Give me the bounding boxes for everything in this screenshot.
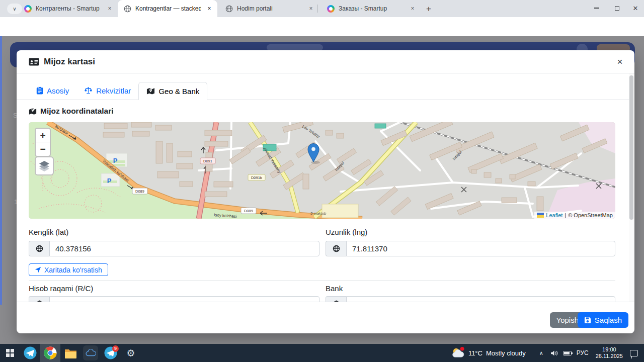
tab-title: Hodim portali [237,5,303,12]
battery-icon[interactable] [563,351,572,355]
background-page-edge [0,36,2,305]
taskbar-chrome-active[interactable] [40,344,60,362]
lng-input[interactable] [346,241,615,256]
weather-temp: 11°C [468,349,482,357]
taskbar-tray: 11°C Mostly cloudy ∧ РУС 19:00 26.11.202… [451,344,644,362]
modal-tabs: Asosiy Rekvizitlar [17,81,629,100]
cloud-app-tile [83,345,98,360]
show-on-map-button[interactable]: Xaritada ko'rsatish [29,263,108,276]
minimize-button[interactable] [587,0,607,16]
tab-close-icon[interactable]: × [409,5,417,13]
map-marked-icon [29,108,37,115]
tray-time: 19:00 [596,346,623,353]
tab-close-icon[interactable]: × [205,5,213,13]
section-heading-label: Mijoz koordinatalari [40,107,114,116]
bank-addon-icon [29,296,49,302]
telegram-icon [24,346,37,359]
map-zoom-control: + − [35,128,51,157]
browser-tab-2-active[interactable]: Kontragentlar — stacked moda × [118,0,217,17]
osm-link[interactable]: © OpenStreetMap [568,212,613,218]
browser-tab-4[interactable]: Заказы - Smartup × [321,0,421,17]
close-window-button[interactable]: ✕ [627,0,644,16]
globe-addon-icon [326,241,346,256]
cloud-icon [86,349,96,356]
speaker-icon[interactable] [550,350,558,356]
save-floppy-icon [584,317,591,324]
tray-clock[interactable]: 19:00 26.11.2025 [596,346,623,359]
action-center-icon[interactable] [630,350,638,356]
taskbar-weather[interactable]: 11°C Mostly cloudy [451,346,526,359]
svg-text:P: P [113,157,118,164]
start-button[interactable] [0,344,20,362]
globe-addon-icon [29,241,49,256]
tab-title: Контрагенты - Smartup [36,5,102,12]
browser-tab-1[interactable]: Контрагенты - Smartup × [18,0,118,17]
lat-input-group [29,241,319,256]
svg-text:D091b: D091b [251,175,262,180]
map-layers-button[interactable] [35,156,54,175]
tray-chevron-up[interactable]: ∧ [535,350,548,356]
modal-title: Mijoz kartasi [44,57,95,67]
gear-icon: ⚙ [126,347,135,359]
smartup-favicon-icon [24,5,32,13]
section-heading: Mijoz koordinatalari [29,107,114,116]
modal-close-icon[interactable]: × [613,55,626,68]
modal-scrollbar-thumb[interactable] [629,75,633,220]
tab-title: Kontragentlar — stacked moda [135,5,201,12]
account-input-group [29,296,319,302]
tab-rekvizitlar[interactable]: Rekvizitlar [76,81,138,100]
map-canvas[interactable]: ko'chasi Yuksalish ko'chasi Isoy ko'chas… [29,122,615,219]
bank-input-group [326,296,615,302]
divider [29,280,615,281]
bank-addon-icon [326,296,346,302]
page-backdrop: S 1 Mijoz kartasi × [0,36,644,344]
layers-icon [38,160,50,171]
tab-close-icon[interactable]: × [307,5,315,13]
modal-body: Asosiy Rekvizitlar [17,73,634,302]
bank-input[interactable] [346,296,615,302]
maximize-button[interactable] [607,0,627,16]
lng-input-group [326,241,615,256]
lng-label: Uzunlik (lng) [326,228,367,236]
tray-language[interactable]: РУС [577,349,589,356]
taskbar-telegram-2[interactable]: 9 [101,344,121,362]
svg-text:D089: D089 [135,189,144,194]
weather-icon [451,346,465,359]
taskbar-cloud-app[interactable] [80,344,101,362]
new-tab-button[interactable]: + [423,3,435,15]
account-label: Hisob raqami (R/C) [29,284,93,293]
taskbar-file-explorer[interactable] [60,344,80,362]
account-input[interactable] [49,296,319,302]
tab-geo-bank[interactable]: Geo & Bank [138,82,207,100]
leaflet-link[interactable]: Leaflet [546,212,562,218]
bank-label: Bank [326,284,343,293]
lat-label: Kenglik (lat) [29,228,68,236]
tab-label: Asosiy [47,86,69,95]
save-button[interactable]: Saqlash [578,312,628,328]
modal-header: Mijoz kartasi [17,50,634,73]
tab-close-icon[interactable]: × [106,5,114,13]
balance-scale-icon [84,86,93,95]
browser-tab-3[interactable]: Hodim portali × [219,0,319,17]
lat-input[interactable] [49,241,319,256]
globe-favicon-icon [124,5,131,13]
screen: ∨ Контрагенты - Smartup × Kontragentlar … [0,0,644,362]
taskbar-telegram[interactable] [20,344,40,362]
leaflet-map: ko'chasi Yuksalish ko'chasi Isoy ko'chas… [29,122,615,219]
tab-title: Заказы - Smartup [339,5,405,12]
zoom-in-button[interactable]: + [36,129,50,142]
tab-asosiy[interactable]: Asosiy [29,81,76,100]
customer-card-modal: Mijoz kartasi × Asosiy [17,50,634,333]
browser-addressbar: ← → daily-suvi.com/19l/public/mijozlar.p… [0,17,644,36]
tab-label: Rekvizitlar [96,86,131,95]
smartup-favicon-icon [327,5,335,13]
windows-taskbar: 9 ⚙ 11°C Mostly cloudy ∧ РУС [0,344,644,362]
svg-text:5-maktob: 5-maktob [310,211,326,216]
clipboard-icon [36,86,43,95]
svg-text:D091: D091 [203,159,212,163]
map-location-icon [146,87,155,95]
zoom-out-button[interactable]: − [36,142,50,156]
location-arrow-icon [35,266,41,273]
notification-badge: 9 [112,345,119,352]
taskbar-settings[interactable]: ⚙ [121,344,141,362]
